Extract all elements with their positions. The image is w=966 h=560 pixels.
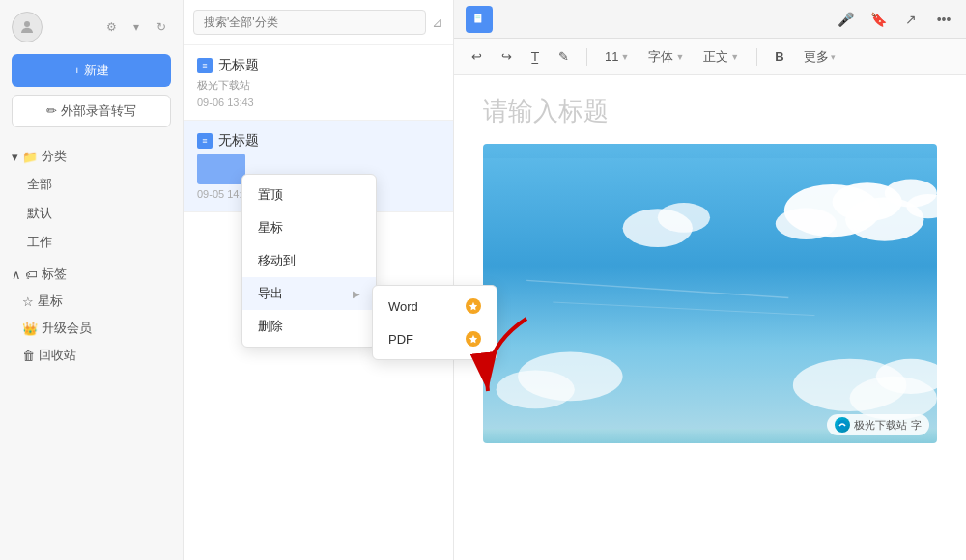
trash-icon: 🗑 bbox=[22, 349, 35, 363]
note-icon: ≡ bbox=[197, 133, 213, 149]
ext-record-button[interactable]: ✏ 外部录音转写 bbox=[12, 95, 171, 127]
category-header[interactable]: ▾ 📁 分类 bbox=[0, 143, 183, 170]
sidebar-item-default[interactable]: 默认 bbox=[0, 199, 183, 228]
sidebar-top: ⚙ ▾ ↻ bbox=[0, 12, 183, 42]
export-submenu: Word PDF bbox=[372, 285, 497, 360]
crown-icon: 👑 bbox=[22, 322, 38, 336]
editor-toolbar-top: 🎤 🔖 ↗ ••• bbox=[454, 0, 966, 39]
search-bar: ⊿ bbox=[184, 0, 453, 45]
tag-icon: 🏷 bbox=[25, 267, 38, 282]
svg-point-23 bbox=[838, 420, 847, 430]
more-icon[interactable]: ••• bbox=[933, 9, 954, 30]
svg-rect-6 bbox=[476, 17, 481, 18]
svg-point-17 bbox=[497, 371, 575, 409]
submenu-item-word[interactable]: Word bbox=[373, 290, 497, 322]
editor-panel: 🎤 🔖 ↗ ••• ↩ ↪ T̲ ✎ 11 ▼ 字体 ▼ 正文 ▼ bbox=[454, 0, 966, 560]
sidebar-item-upgrade[interactable]: 👑 升级会员 bbox=[0, 315, 183, 342]
share-icon[interactable]: ↗ bbox=[900, 9, 922, 30]
bookmark-icon[interactable]: 🔖 bbox=[867, 9, 889, 30]
editor-title-placeholder: 请输入标题 bbox=[483, 95, 937, 128]
sidebar-item-starred[interactable]: ☆ 星标 bbox=[0, 288, 183, 315]
font-family-button[interactable]: 字体 ▼ bbox=[642, 45, 690, 69]
sidebar-item-all[interactable]: 全部 bbox=[0, 170, 183, 199]
note-date: 09-06 13:43 bbox=[197, 97, 440, 108]
new-button[interactable]: + 新建 bbox=[12, 54, 171, 87]
note-icon: ≡ bbox=[197, 58, 213, 73]
watermark: 极光下载站 字 bbox=[827, 414, 929, 435]
context-menu-item-pin[interactable]: 置顶 bbox=[242, 179, 376, 211]
editor-toolbar: ↩ ↪ T̲ ✎ 11 ▼ 字体 ▼ 正文 ▼ B 更多 ▾ bbox=[454, 39, 966, 75]
svg-point-11 bbox=[776, 208, 837, 239]
avatar[interactable] bbox=[12, 12, 43, 42]
editor-content[interactable]: 请输入标题 bbox=[454, 75, 966, 560]
watermark-logo bbox=[835, 417, 850, 433]
lang-button[interactable]: 正文 ▼ bbox=[697, 45, 745, 69]
doc-icon-btn[interactable] bbox=[466, 6, 493, 33]
redo-button[interactable]: ↪ bbox=[496, 46, 518, 67]
context-menu-item-export[interactable]: 导出 ▶ bbox=[242, 277, 376, 310]
context-menu-item-star[interactable]: 星标 bbox=[242, 211, 376, 244]
settings-icon[interactable]: ⚙ bbox=[101, 17, 121, 37]
sidebar-item-trash[interactable]: 🗑 回收站 bbox=[0, 342, 183, 369]
svg-marker-2 bbox=[469, 335, 477, 343]
toolbar-divider bbox=[586, 48, 587, 66]
note-thumbnail bbox=[197, 154, 245, 184]
sidebar-item-work[interactable]: 工作 bbox=[0, 228, 183, 257]
editor-image: 极光下载站 字 bbox=[483, 144, 937, 443]
undo-button[interactable]: ↩ bbox=[466, 46, 488, 67]
svg-point-0 bbox=[24, 21, 30, 27]
refresh-icon[interactable]: ↻ bbox=[152, 17, 171, 37]
more-format-button[interactable]: 更多 ▾ bbox=[798, 45, 841, 69]
bold-button[interactable]: B bbox=[769, 46, 789, 67]
sidebar: ⚙ ▾ ↻ + 新建 ✏ 外部录音转写 ▾ 📁 分类 全部 默认 工作 ∧ 🏷 … bbox=[0, 0, 184, 560]
notes-panel: ⊿ ≡ 无标题 极光下载站 09-06 13:43 ≡ 无标题 09-05 14… bbox=[184, 0, 454, 560]
category-section: ▾ 📁 分类 全部 默认 工作 bbox=[0, 139, 183, 261]
search-input[interactable] bbox=[193, 10, 426, 35]
svg-point-15 bbox=[658, 203, 710, 233]
sidebar-top-icons: ⚙ ▾ ↻ bbox=[101, 17, 171, 37]
dropdown-icon[interactable]: ▾ bbox=[127, 17, 146, 37]
list-item[interactable]: ≡ 无标题 极光下载站 09-06 13:43 bbox=[184, 45, 453, 121]
context-menu-item-delete[interactable]: 删除 bbox=[242, 310, 376, 343]
star-icon: ☆ bbox=[22, 294, 34, 309]
toolbar-divider bbox=[756, 48, 757, 66]
svg-marker-1 bbox=[469, 302, 477, 310]
premium-icon bbox=[466, 331, 481, 347]
premium-icon bbox=[466, 298, 481, 314]
submenu-item-pdf[interactable]: PDF bbox=[373, 322, 497, 355]
context-menu: 置顶 星标 移动到 导出 ▶ 删除 bbox=[242, 174, 377, 348]
submenu-arrow-icon: ▶ bbox=[353, 289, 360, 299]
format1-button[interactable]: T̲ bbox=[526, 46, 545, 67]
microphone-icon[interactable]: 🎤 bbox=[835, 9, 856, 30]
svg-rect-5 bbox=[476, 15, 481, 16]
context-menu-item-move[interactable]: 移动到 bbox=[242, 244, 376, 277]
sidebar-item-tags[interactable]: ∧ 🏷 标签 bbox=[0, 261, 183, 288]
note-subtitle: 极光下载站 bbox=[197, 78, 440, 93]
filter-icon[interactable]: ⊿ bbox=[432, 14, 443, 30]
folder-icon: 📁 bbox=[22, 150, 38, 164]
font-size-button[interactable]: 11 ▼ bbox=[599, 46, 635, 67]
format2-button[interactable]: ✎ bbox=[553, 46, 575, 67]
